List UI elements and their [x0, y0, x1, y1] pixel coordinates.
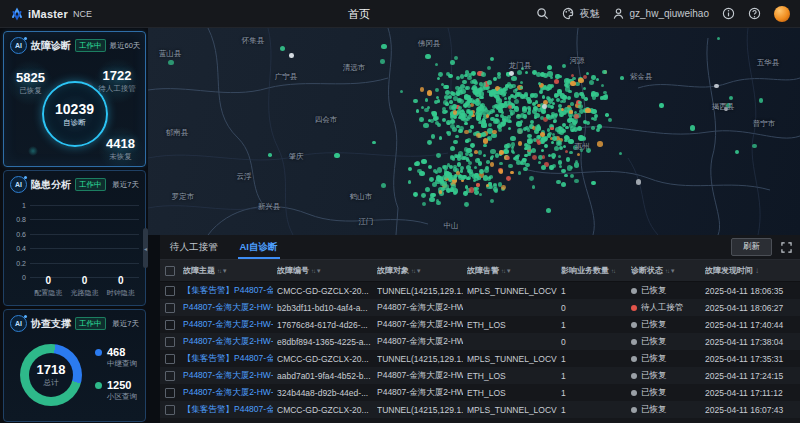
alarm-dot[interactable]	[437, 123, 441, 127]
alarm-dot[interactable]	[529, 176, 534, 181]
alarm-dot[interactable]	[455, 155, 458, 158]
alarm-dot[interactable]	[527, 111, 531, 115]
alarm-dot[interactable]	[511, 149, 514, 152]
alarm-dot[interactable]	[425, 187, 430, 192]
alarm-dot[interactable]	[421, 159, 426, 164]
time-range-selector[interactable]: 最近60天	[110, 41, 141, 51]
fault-subject-link[interactable]: P44807-金海大厦2-HW-PTN	[183, 302, 273, 314]
column-header[interactable]: 故障主题↑↓ ▼	[183, 265, 273, 276]
alarm-dot[interactable]	[455, 135, 458, 138]
alarm-dot[interactable]	[466, 148, 471, 153]
alarm-dot[interactable]	[492, 109, 496, 113]
alarm-dot[interactable]	[591, 75, 595, 79]
alarm-dot[interactable]	[439, 190, 443, 194]
column-header[interactable]: 故障发现时间↓	[705, 265, 795, 276]
alarm-dot[interactable]	[470, 143, 475, 148]
alarm-dot[interactable]	[453, 140, 458, 145]
alarm-dot[interactable]	[546, 208, 551, 213]
alarm-dot[interactable]	[508, 164, 513, 169]
sort-filter-icons[interactable]: ↑↓ ▼	[411, 268, 421, 274]
alarm-dot[interactable]	[454, 56, 458, 60]
table-tab-1[interactable]: AI自诊断	[238, 236, 280, 259]
row-checkbox[interactable]	[165, 303, 175, 313]
alarm-dot[interactable]	[543, 73, 548, 78]
column-header[interactable]: 故障编号↑↓ ▼	[277, 265, 373, 276]
sort-filter-icons[interactable]: ↑↓ ▼	[501, 268, 511, 274]
alarm-dot[interactable]	[501, 185, 506, 190]
alarm-dot[interactable]	[554, 93, 558, 97]
alarm-dot[interactable]	[486, 114, 490, 118]
alarm-dot[interactable]	[752, 144, 757, 149]
alarm-dot[interactable]	[456, 171, 460, 175]
alarm-dot[interactable]	[510, 110, 515, 115]
alarm-dot[interactable]	[458, 129, 463, 134]
alarm-dot[interactable]	[619, 152, 622, 155]
alarm-dot[interactable]	[414, 162, 418, 166]
alarm-dot[interactable]	[472, 79, 477, 84]
alarm-dot[interactable]	[421, 193, 426, 198]
refresh-button[interactable]: 刷新	[731, 238, 772, 256]
alarm-dot[interactable]	[518, 171, 521, 174]
alarm-dot[interactable]	[469, 111, 473, 115]
legend-item[interactable]: 1250小区查询	[95, 379, 137, 402]
alarm-dot[interactable]	[434, 100, 438, 104]
alarm-dot[interactable]	[483, 138, 488, 143]
time-range-selector[interactable]: 最近7天	[112, 180, 139, 190]
alarm-dot[interactable]	[542, 155, 546, 159]
alarm-dot[interactable]	[268, 153, 272, 157]
alarm-dot[interactable]	[602, 70, 606, 74]
alarm-dot[interactable]	[430, 193, 435, 198]
stat-unrecovered[interactable]: 4418 未恢复	[106, 136, 135, 162]
alarm-dot[interactable]	[449, 175, 455, 181]
alarm-dot[interactable]	[476, 110, 480, 114]
alarm-dot[interactable]	[443, 184, 448, 189]
alarm-dot[interactable]	[479, 91, 485, 97]
alarm-dot[interactable]	[522, 158, 526, 162]
alarm-dot[interactable]	[461, 156, 465, 160]
alarm-dot[interactable]	[438, 72, 443, 77]
select-all-checkbox[interactable]	[165, 266, 175, 276]
alarm-dot[interactable]	[559, 165, 562, 168]
alarm-dot[interactable]	[469, 153, 473, 157]
sort-filter-icons[interactable]: ↑↓ ▼	[311, 268, 321, 274]
alarm-dot[interactable]	[457, 162, 461, 166]
fault-subject-link[interactable]: 【集客告警】P44807-金海大	[183, 285, 273, 297]
alarm-dot[interactable]	[586, 121, 590, 125]
alarm-dot[interactable]	[432, 182, 437, 187]
alarm-dot[interactable]	[490, 199, 494, 203]
alarm-dot[interactable]	[584, 97, 587, 100]
alarm-dot[interactable]	[466, 177, 469, 180]
alarm-dot[interactable]	[481, 72, 486, 77]
alarm-dot[interactable]	[453, 110, 458, 115]
table-row[interactable]: P44807-金海大厦2-HW-PTN17676c84-617d-4d26-..…	[160, 316, 800, 333]
alarm-dot[interactable]	[525, 163, 530, 168]
alarm-dot[interactable]	[474, 176, 479, 181]
alarm-dot[interactable]	[532, 185, 536, 189]
alarm-dot[interactable]	[503, 119, 507, 123]
alarm-dot[interactable]	[583, 87, 586, 90]
status-badge-working[interactable]: 工作中	[75, 317, 106, 330]
alarm-dot[interactable]	[524, 147, 527, 150]
alarm-dot[interactable]	[289, 53, 294, 58]
alarm-dot[interactable]	[568, 90, 571, 93]
alarm-dot[interactable]	[427, 90, 432, 95]
alarm-dot[interactable]	[542, 104, 547, 109]
alarm-dot[interactable]	[413, 192, 418, 197]
fault-subject-link[interactable]: P44807-金海大厦2-HW-PTN	[183, 370, 273, 382]
alarm-dot[interactable]	[566, 79, 569, 82]
alarm-dot[interactable]	[441, 83, 444, 86]
alarm-dot[interactable]	[570, 174, 574, 178]
status-badge-working[interactable]: 工作中	[75, 178, 106, 191]
sort-filter-icons[interactable]: ↑↓	[611, 268, 615, 274]
alarm-dot[interactable]	[690, 125, 695, 130]
alarm-dot[interactable]	[503, 149, 508, 154]
sidebar-collapse-handle[interactable]: ◂	[143, 228, 148, 268]
alarm-dot[interactable]	[527, 138, 533, 144]
alarm-dot[interactable]	[565, 136, 570, 141]
alarm-dot[interactable]	[483, 82, 487, 86]
alarm-dot[interactable]	[535, 125, 540, 130]
alarm-dot[interactable]	[474, 190, 478, 194]
table-tab-0[interactable]: 待人工接管	[168, 236, 220, 259]
alarm-dot[interactable]	[539, 90, 543, 94]
alarm-dot[interactable]	[581, 94, 585, 98]
